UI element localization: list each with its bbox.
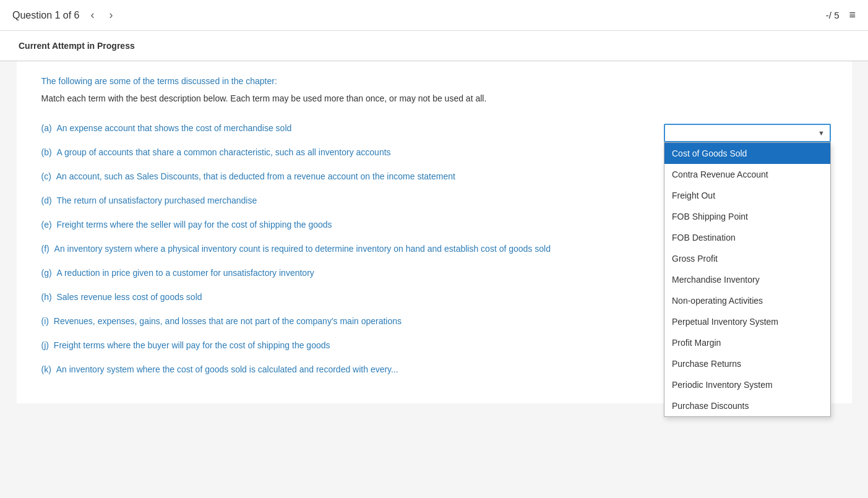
top-bar-left: Question 1 of 6 ‹ › bbox=[12, 7, 117, 23]
question-text-h: Sales revenue less cost of goods sold bbox=[57, 291, 202, 304]
top-bar: Question 1 of 6 ‹ › -/ 5 ≡ bbox=[0, 0, 868, 31]
prev-button[interactable]: ‹ bbox=[87, 7, 98, 23]
question-text-e: Freight terms where the seller will pay … bbox=[57, 218, 332, 231]
question-label-g: (g) bbox=[41, 267, 54, 280]
intro-line2: Match each term with the best descriptio… bbox=[41, 93, 827, 103]
score-display: -/ 5 bbox=[826, 10, 840, 20]
dropdown-option-12[interactable]: Purchase Discounts bbox=[664, 395, 830, 416]
question-text-a: An expense account that shows the cost o… bbox=[57, 122, 292, 135]
dropdown-list[interactable]: Cost of Goods SoldContra Revenue Account… bbox=[664, 142, 831, 417]
question-label: Question 1 of 6 bbox=[12, 10, 80, 21]
question-label-c: (c) bbox=[41, 170, 54, 183]
dropdown-option-7[interactable]: Non-operating Activities bbox=[664, 290, 830, 311]
next-button[interactable]: › bbox=[106, 7, 117, 23]
dropdown-select-box[interactable]: ▼ bbox=[664, 124, 831, 142]
question-text-d: The return of unsatisfactory purchased m… bbox=[57, 194, 257, 207]
question-label-d: (d) bbox=[41, 194, 54, 207]
top-bar-right: -/ 5 ≡ bbox=[826, 9, 856, 22]
dropdown-option-3[interactable]: FOB Shipping Point bbox=[664, 206, 830, 227]
question-label-k: (k) bbox=[41, 363, 54, 376]
dropdown-option-8[interactable]: Perpetual Inventory System bbox=[664, 311, 830, 332]
dropdown-option-4[interactable]: FOB Destination bbox=[664, 227, 830, 248]
chevron-down-icon: ▼ bbox=[818, 129, 825, 137]
dropdown-option-6[interactable]: Merchandise Inventory bbox=[664, 269, 830, 290]
dropdown-option-5[interactable]: Gross Profit bbox=[664, 248, 830, 269]
question-text-g: A reduction in price given to a customer… bbox=[57, 267, 314, 280]
question-text-f: An inventory system where a physical inv… bbox=[54, 243, 551, 255]
intro-line1: The following are some of the terms disc… bbox=[41, 76, 827, 86]
question-label-a: (a) bbox=[41, 122, 54, 135]
attempt-banner: Current Attempt in Progress bbox=[0, 31, 868, 61]
dropdown-option-9[interactable]: Profit Margin bbox=[664, 332, 830, 353]
question-label-h: (h) bbox=[41, 291, 54, 304]
question-label-e: (e) bbox=[41, 218, 54, 231]
question-label-b: (b) bbox=[41, 146, 54, 159]
dropdown-option-10[interactable]: Purchase Returns bbox=[664, 353, 830, 374]
question-text-i: Revenues, expenses, gains, and losses th… bbox=[54, 315, 402, 328]
dropdown-option-11[interactable]: Periodic Inventory System bbox=[664, 374, 830, 395]
question-text-c: An account, such as Sales Discounts, tha… bbox=[56, 170, 455, 183]
dropdown-option-1[interactable]: Contra Revenue Account bbox=[664, 164, 830, 185]
list-icon[interactable]: ≡ bbox=[849, 9, 856, 22]
attempt-text: Current Attempt in Progress bbox=[19, 41, 135, 51]
question-label-i: (i) bbox=[41, 315, 51, 328]
dropdown-option-2[interactable]: Freight Out bbox=[664, 185, 830, 206]
question-text-j: Freight terms where the buyer will pay f… bbox=[54, 339, 330, 352]
dropdown-option-0[interactable]: Cost of Goods Sold bbox=[664, 143, 830, 164]
question-text-b: A group of accounts that share a common … bbox=[57, 146, 391, 159]
question-label-f: (f) bbox=[41, 243, 52, 255]
question-label-j: (j) bbox=[41, 339, 51, 352]
dropdown-container: ▼ Cost of Goods SoldContra Revenue Accou… bbox=[664, 124, 831, 417]
question-text-k: An inventory system where the cost of go… bbox=[56, 363, 398, 376]
page-wrapper: Question 1 of 6 ‹ › -/ 5 ≡ Current Attem… bbox=[0, 0, 868, 498]
